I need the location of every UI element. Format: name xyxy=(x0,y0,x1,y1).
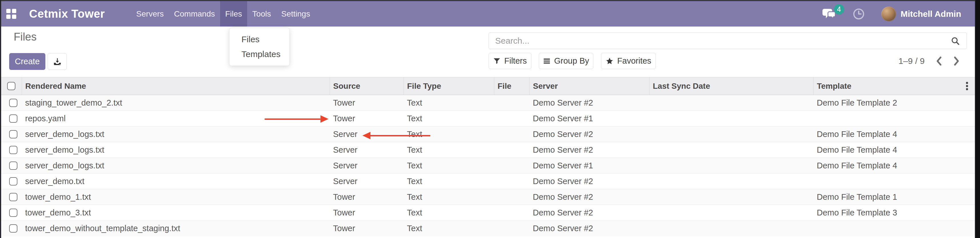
app-brand[interactable]: Cetmix Tower xyxy=(29,1,105,27)
cell-file xyxy=(494,142,530,158)
filters-button[interactable]: Filters xyxy=(488,53,531,69)
group-by-button[interactable]: Group By xyxy=(539,53,593,69)
column-header[interactable]: Last Sync Date xyxy=(649,77,813,95)
apps-grid-glyph xyxy=(6,9,16,19)
menu-item[interactable]: Servers xyxy=(131,1,169,27)
column-header[interactable]: Source xyxy=(329,77,404,95)
window-left-edge xyxy=(0,0,1,238)
cell-server: Demo Server #2 xyxy=(530,173,649,189)
search-input[interactable] xyxy=(489,33,967,49)
row-checkbox[interactable] xyxy=(9,177,18,186)
activities-button[interactable] xyxy=(853,8,865,20)
messages-button[interactable]: 4 xyxy=(822,8,836,20)
table-row[interactable]: staging_tower_demo_2.txt Tower Text Demo… xyxy=(1,95,975,111)
cell-rendered-name: server_demo_logs.txt xyxy=(22,127,329,142)
table-row[interactable]: tower_demo_1.txt Tower Text Demo Server … xyxy=(1,189,975,205)
cell-file xyxy=(494,173,530,189)
user-menu[interactable]: Mitchell Admin xyxy=(881,6,961,21)
annotation-arrow-left-head xyxy=(363,132,371,139)
annotation-arrow-right-shaft xyxy=(264,118,320,120)
group-by-label: Group By xyxy=(554,56,589,66)
table-row[interactable]: server_demo_logs.txt Server Text Demo Se… xyxy=(1,158,975,173)
column-header[interactable]: File Type xyxy=(404,77,494,95)
favorites-button[interactable]: Favorites xyxy=(601,53,656,69)
cell-file xyxy=(494,189,530,205)
cell-file-type: Text xyxy=(404,221,494,236)
cell-last-sync-date xyxy=(649,189,813,205)
cell-last-sync-date xyxy=(649,95,813,111)
cell-source: Tower xyxy=(329,205,404,221)
row-checkbox[interactable] xyxy=(9,209,18,217)
row-select-cell xyxy=(1,173,22,189)
optional-columns-icon[interactable] xyxy=(966,82,968,90)
row-select-cell xyxy=(1,158,22,173)
cell-rendered-name: tower_demo_without_template_staging.txt xyxy=(22,221,329,236)
row-checkbox[interactable] xyxy=(9,193,18,201)
column-header[interactable]: File xyxy=(494,77,530,95)
row-select-cell xyxy=(1,127,22,142)
table-row[interactable]: tower_demo_without_template_staging.txt … xyxy=(1,221,975,236)
cell-rendered-name: tower_demo_1.txt xyxy=(22,189,329,205)
cell-source: Server xyxy=(329,158,404,173)
cell-rendered-name: server_demo.txt xyxy=(22,173,329,189)
table-row[interactable]: tower_demo_3.txt Tower Text Demo Server … xyxy=(1,205,975,221)
menu-item[interactable]: Settings xyxy=(276,1,315,27)
column-header[interactable]: Rendered Name xyxy=(22,77,329,95)
row-checkbox[interactable] xyxy=(9,130,18,138)
table-row[interactable]: server_demo_logs.txt Server Text Demo Se… xyxy=(1,127,975,142)
dropdown-item[interactable]: Templates xyxy=(229,47,290,62)
table-row[interactable]: repos.yaml Tower Text Demo Server #1 xyxy=(1,111,975,127)
table-body: staging_tower_demo_2.txt Tower Text Demo… xyxy=(1,95,975,236)
files-table: Rendered NameSourceFile TypeFileServerLa… xyxy=(1,77,975,236)
table-row[interactable]: server_demo_logs.txt Server Text Demo Se… xyxy=(1,142,975,158)
export-button[interactable] xyxy=(48,53,67,70)
star-icon xyxy=(606,57,614,65)
row-select-cell xyxy=(1,189,22,205)
row-checkbox[interactable] xyxy=(9,99,18,107)
row-checkbox[interactable] xyxy=(9,162,18,170)
create-button[interactable]: Create xyxy=(9,53,45,70)
cell-file-type: Text xyxy=(404,158,494,173)
pager-range[interactable]: 1–9 / 9 xyxy=(898,56,924,66)
menu-item[interactable]: Tools xyxy=(247,1,276,27)
cell-server: Demo Server #2 xyxy=(530,221,649,236)
clock-icon xyxy=(853,8,865,20)
row-select-cell xyxy=(1,205,22,221)
chevron-left-icon xyxy=(935,56,942,66)
chevron-right-icon xyxy=(953,56,960,66)
apps-grid-icon[interactable] xyxy=(1,1,21,27)
cell-template: Demo File Template 4 xyxy=(813,158,975,173)
cell-file-type: Text xyxy=(404,95,494,111)
cell-file xyxy=(494,158,530,173)
cell-file-type: Text xyxy=(404,127,494,142)
cell-source: Server xyxy=(329,173,404,189)
pager-next-button[interactable] xyxy=(953,56,960,66)
column-header[interactable]: Server xyxy=(530,77,649,95)
table-row[interactable]: server_demo.txt Server Text Demo Server … xyxy=(1,173,975,189)
menu-item[interactable]: Commands xyxy=(169,1,220,27)
menu-item[interactable]: Files xyxy=(220,1,247,27)
row-select-cell xyxy=(1,111,22,127)
cell-last-sync-date xyxy=(649,142,813,158)
pager-previous-button[interactable] xyxy=(935,56,942,66)
row-checkbox[interactable] xyxy=(9,224,18,233)
cell-template: Demo File Template 4 xyxy=(813,127,975,142)
row-checkbox[interactable] xyxy=(9,114,18,123)
cell-rendered-name: server_demo_logs.txt xyxy=(22,142,329,158)
select-all-checkbox[interactable] xyxy=(7,82,16,90)
cell-server: Demo Server #1 xyxy=(530,158,649,173)
cell-source: Tower xyxy=(329,221,404,236)
row-select-cell xyxy=(1,95,22,111)
column-header[interactable]: Template xyxy=(813,77,975,95)
cell-source: Tower xyxy=(329,189,404,205)
dropdown-item[interactable]: Files xyxy=(229,32,290,47)
cell-template: Demo File Template 4 xyxy=(813,142,975,158)
cell-server: Demo Server #1 xyxy=(530,111,649,127)
search-icon[interactable] xyxy=(951,36,960,46)
action-buttons: Create xyxy=(9,53,67,70)
cell-source: Server xyxy=(329,142,404,158)
pager: 1–9 / 9 xyxy=(898,53,960,69)
cell-server: Demo Server #2 xyxy=(530,127,649,142)
cell-source: Tower xyxy=(329,95,404,111)
row-checkbox[interactable] xyxy=(9,146,18,154)
